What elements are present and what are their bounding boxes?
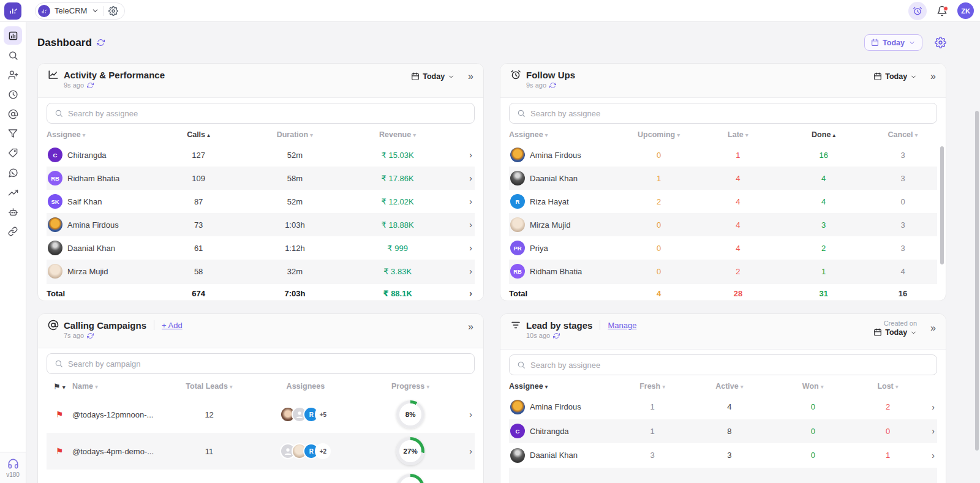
table-row[interactable]: CChitrangda12752m₹ 15.03K› xyxy=(47,143,475,167)
refresh-icon[interactable] xyxy=(97,39,105,47)
support-headset-icon[interactable] xyxy=(7,458,19,470)
total-revenue: ₹ 88.1K xyxy=(350,289,445,298)
sidebar-item-filters[interactable] xyxy=(0,124,26,143)
flag-column-header[interactable]: ⚑▾ xyxy=(47,382,72,391)
column-header[interactable]: Fresh▾ xyxy=(616,382,689,391)
sidebar-item-integrations[interactable] xyxy=(0,222,26,241)
activity-search-input[interactable] xyxy=(68,109,467,118)
expand-panel-icon[interactable]: » xyxy=(930,323,936,333)
column-header[interactable]: Lost▾ xyxy=(856,382,920,391)
column-header[interactable]: Revenue▾ xyxy=(350,130,445,139)
refresh-icon[interactable] xyxy=(87,82,94,89)
assignee-name: Amina Firdous xyxy=(530,151,581,160)
chevron-right-icon[interactable]: › xyxy=(458,446,475,456)
table-row[interactable]: RRiza Hayat2440 xyxy=(509,190,937,213)
table-row[interactable]: Daanial Khan3301› xyxy=(509,443,937,468)
table-row[interactable]: Amina Firdous1402› xyxy=(509,395,937,419)
campaign-row[interactable] xyxy=(47,470,475,483)
tag-icon xyxy=(8,148,18,158)
table-row[interactable]: Mirza Mujid0433 xyxy=(509,213,937,236)
table-row[interactable]: Daanial Khan1443 xyxy=(509,167,937,190)
chevron-right-icon[interactable]: › xyxy=(445,197,475,206)
refresh-icon[interactable] xyxy=(549,82,556,89)
chevron-right-icon[interactable]: › xyxy=(920,426,937,436)
column-header[interactable]: Total Leads▾ xyxy=(171,382,248,391)
dashboard-settings-icon[interactable] xyxy=(935,37,946,48)
total-done: 31 xyxy=(778,289,869,298)
reminders-button[interactable] xyxy=(908,2,927,20)
sidebar-item-tags[interactable] xyxy=(0,143,26,163)
avatar xyxy=(510,171,525,185)
sidebar-item-whatsapp[interactable] xyxy=(0,163,26,182)
chevron-right-icon[interactable]: › xyxy=(920,402,937,412)
column-header[interactable]: Assignees▾ xyxy=(248,382,364,391)
refresh-icon[interactable] xyxy=(87,332,94,339)
followups-total-row[interactable]: Total4283116 xyxy=(509,283,937,301)
column-header[interactable]: Calls▴ xyxy=(158,130,239,139)
duration-value: 1:12h xyxy=(239,244,351,253)
table-row[interactable]: SKSaif Khan8752m₹ 12.02K› xyxy=(47,190,475,213)
app-logo[interactable] xyxy=(4,2,21,20)
campaign-row[interactable]: ⚑@todays-12pmnoon-...12R+58%› xyxy=(47,396,475,433)
sidebar-item-dashboard[interactable] xyxy=(0,26,26,45)
table-row[interactable]: RBRidham Bhatia0214 xyxy=(509,260,937,283)
notifications-button[interactable] xyxy=(937,6,948,17)
table-row[interactable]: Amina Firdous731:03h₹ 18.88K› xyxy=(47,213,475,236)
table-row[interactable]: Daanial Khan611:12h₹ 999› xyxy=(47,236,475,260)
user-avatar[interactable]: ZK xyxy=(957,2,974,19)
sort-caret-icon: ▾ xyxy=(83,132,86,138)
expand-panel-icon[interactable]: » xyxy=(468,322,473,332)
column-header[interactable]: Duration▾ xyxy=(239,130,351,139)
sidebar-item-add-lead[interactable] xyxy=(0,65,26,84)
table-row[interactable]: PRPriya0423 xyxy=(509,236,937,260)
table-row[interactable]: Mirza Mujid5832m₹ 3.83K› xyxy=(47,260,475,283)
campaigns-search-input[interactable] xyxy=(68,359,467,369)
date-filter-button[interactable]: Today xyxy=(864,34,922,51)
chevron-right-icon[interactable]: › xyxy=(445,243,475,253)
table-row[interactable] xyxy=(509,468,937,483)
add-campaign-link[interactable]: + Add xyxy=(162,321,183,330)
sidebar-item-search[interactable] xyxy=(0,45,26,65)
chevron-right-icon[interactable]: › xyxy=(920,451,937,460)
chevron-right-icon[interactable]: › xyxy=(445,266,475,276)
page-title: Dashboard xyxy=(37,37,105,49)
sidebar-item-automation[interactable] xyxy=(0,202,26,222)
table-row[interactable]: RBRidham Bhatia10958m₹ 17.86K› xyxy=(47,167,475,190)
sidebar-item-history[interactable] xyxy=(0,84,26,104)
followups-search-input[interactable] xyxy=(530,109,929,118)
column-header[interactable]: Active▾ xyxy=(689,382,771,391)
column-header[interactable]: Late▾ xyxy=(698,130,779,139)
manage-stages-link[interactable]: Manage xyxy=(608,321,636,330)
chevron-right-icon[interactable]: › xyxy=(445,220,475,230)
panel-scrollbar[interactable] xyxy=(940,146,944,264)
chevron-right-icon[interactable]: › xyxy=(458,410,475,419)
column-header[interactable]: Name▾ xyxy=(72,382,171,391)
column-header[interactable]: Assignee▾ xyxy=(509,382,616,391)
panel-date-filter[interactable]: Today xyxy=(411,72,454,81)
table-row[interactable]: Amina Firdous01163 xyxy=(509,143,937,167)
page-scrollbar[interactable] xyxy=(975,111,979,451)
column-header[interactable]: Cancel▾ xyxy=(869,130,937,139)
column-header[interactable]: Progress▾ xyxy=(363,382,458,391)
column-header[interactable]: Done▴ xyxy=(778,130,869,139)
panel-date-filter[interactable]: Today xyxy=(873,72,917,81)
expand-panel-icon[interactable]: » xyxy=(468,72,473,81)
refresh-icon[interactable] xyxy=(553,332,560,339)
chevron-right-icon[interactable]: › xyxy=(445,150,475,160)
column-header[interactable]: Assignee▾ xyxy=(509,130,620,139)
column-header[interactable]: Upcoming▾ xyxy=(620,130,698,139)
stages-search-input[interactable] xyxy=(530,361,929,370)
table-row[interactable]: CChitrangda1800› xyxy=(509,419,937,444)
chevron-right-icon[interactable]: › xyxy=(445,288,475,298)
column-header[interactable]: Assignee▾ xyxy=(47,130,158,139)
workspace-settings-icon[interactable] xyxy=(108,6,118,16)
column-header[interactable]: Won▾ xyxy=(770,382,856,391)
workspace-switcher[interactable]: TeleCRM xyxy=(35,2,125,20)
sidebar-item-campaigns[interactable] xyxy=(0,104,26,124)
sidebar-item-reports[interactable] xyxy=(0,182,26,202)
expand-panel-icon[interactable]: » xyxy=(930,72,936,81)
campaign-row[interactable]: ⚑@todays-4pm-demo-...11R+227%› xyxy=(47,433,475,470)
panel-date-filter[interactable]: Today xyxy=(873,328,917,337)
activity-total-row[interactable]: Total6747:03h₹ 88.1K› xyxy=(47,283,475,301)
chevron-right-icon[interactable]: › xyxy=(445,173,475,183)
